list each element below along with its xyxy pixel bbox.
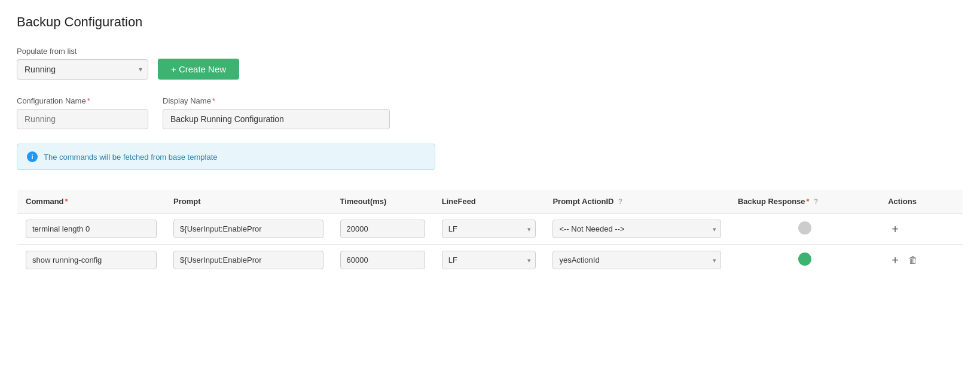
display-name-label: Display Name* <box>163 96 390 105</box>
timeout-input-1[interactable] <box>340 220 425 238</box>
col-header-actions: Actions <box>880 190 963 214</box>
create-new-button[interactable]: + Create New <box>158 59 239 80</box>
backup-toggle-2[interactable] <box>798 253 811 266</box>
cell-command-1 <box>17 214 166 245</box>
cell-prompt-1 <box>165 214 332 245</box>
populate-select-wrapper: Running Startup Custom <box>17 59 148 80</box>
cell-promptaction-2: <-- Not Needed --> yesActionId noActionI… <box>544 245 729 276</box>
info-icon: i <box>27 151 38 162</box>
command-input-2[interactable] <box>26 251 157 269</box>
prompt-input-2[interactable] <box>173 251 323 269</box>
cell-command-2 <box>17 245 166 276</box>
cell-linefeed-1: LF CR CRLF <box>433 214 545 245</box>
timeout-input-2[interactable] <box>340 251 425 269</box>
cell-timeout-2 <box>332 245 433 276</box>
info-banner-text: The commands will be fetched from base t… <box>44 153 217 162</box>
col-header-backup: Backup Response* ? <box>729 190 880 214</box>
col-header-linefeed: LineFeed <box>433 190 545 214</box>
promptaction-select-1[interactable]: <-- Not Needed --> yesActionId noActionI… <box>552 220 721 238</box>
linefeed-select-2[interactable]: LF CR CRLF <box>442 251 536 269</box>
prompt-input-1[interactable] <box>173 220 323 238</box>
add-row-button-2[interactable]: + <box>888 253 902 267</box>
promptaction-select-wrapper-1: <-- Not Needed --> yesActionId noActionI… <box>552 220 721 238</box>
linefeed-select-wrapper-1: LF CR CRLF <box>442 220 536 238</box>
promptaction-select-2[interactable]: <-- Not Needed --> yesActionId noActionI… <box>552 251 721 269</box>
commands-table: Command* Prompt Timeout(ms) LineFeed Pro… <box>17 189 963 276</box>
cell-prompt-2 <box>165 245 332 276</box>
table-row: LF CR CRLF <-- Not Needed --> yesActionI… <box>17 214 963 245</box>
info-banner: i The commands will be fetched from base… <box>17 144 435 170</box>
delete-row-button-2[interactable]: 🗑 <box>905 254 921 266</box>
cell-promptaction-1: <-- Not Needed --> yesActionId noActionI… <box>544 214 729 245</box>
page-title: Backup Configuration <box>17 14 963 30</box>
display-name-input[interactable] <box>163 109 390 129</box>
populate-select[interactable]: Running Startup Custom <box>17 59 148 80</box>
table-row: LF CR CRLF <-- Not Needed --> yesActionI… <box>17 245 963 276</box>
config-name-input[interactable] <box>17 109 148 129</box>
promptaction-select-wrapper-2: <-- Not Needed --> yesActionId noActionI… <box>552 251 721 269</box>
linefeed-select-wrapper-2: LF CR CRLF <box>442 251 536 269</box>
col-header-prompt: Prompt <box>165 190 332 214</box>
command-input-1[interactable] <box>26 220 157 238</box>
cell-backup-1 <box>729 214 880 245</box>
config-name-label: Configuration Name* <box>17 96 148 105</box>
cell-actions-2: + 🗑 <box>880 245 963 276</box>
backup-toggle-1[interactable] <box>798 221 811 235</box>
col-header-promptaction: Prompt ActionID ? <box>544 190 729 214</box>
col-header-timeout: Timeout(ms) <box>332 190 433 214</box>
populate-label: Populate from list <box>17 47 148 56</box>
add-row-button-1[interactable]: + <box>888 222 902 236</box>
col-header-command: Command* <box>17 190 166 214</box>
linefeed-select-1[interactable]: LF CR CRLF <box>442 220 536 238</box>
cell-timeout-1 <box>332 214 433 245</box>
cell-backup-2 <box>729 245 880 276</box>
cell-actions-1: + <box>880 214 963 245</box>
cell-linefeed-2: LF CR CRLF <box>433 245 545 276</box>
